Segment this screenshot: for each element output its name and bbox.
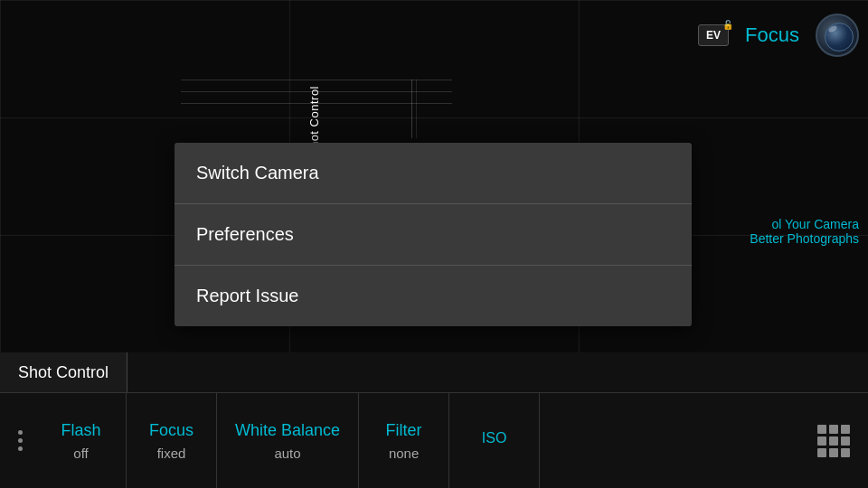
grid-cell-4	[817, 436, 826, 446]
menu-item-preferences[interactable]: Preferences	[175, 204, 692, 266]
focus-value: fixed	[157, 446, 186, 461]
filter-value: none	[389, 446, 419, 461]
filter-label: Filter	[386, 421, 422, 440]
white-balance-control[interactable]: White Balance auto	[217, 393, 359, 488]
iso-control[interactable]: ISO	[449, 393, 540, 488]
focus-control-label: Focus	[149, 421, 193, 440]
grid-cell-6	[841, 436, 850, 446]
dot-2	[18, 438, 23, 443]
top-right-controls: EV 🔓 Focus	[698, 14, 859, 57]
promo-line2: Better Photographs	[750, 231, 859, 246]
controls-row: Flash off Focus fixed White Balance auto…	[0, 393, 868, 488]
viewfinder-divider	[411, 80, 412, 138]
flash-label: Flash	[61, 421, 100, 440]
viewfinder-divider-2	[416, 80, 417, 138]
grid-cell-2	[829, 425, 838, 434]
menu-item-switch-camera[interactable]: Switch Camera	[175, 143, 692, 204]
grid-cell-1	[817, 425, 826, 434]
grid-icon-button[interactable]	[804, 393, 863, 488]
menu-item-report-issue[interactable]: Report Issue	[175, 266, 692, 326]
white-balance-label: White Balance	[235, 421, 340, 440]
dropdown-menu: Switch Camera Preferences Report Issue	[175, 143, 692, 326]
dot-3	[18, 446, 23, 451]
focus-control[interactable]: Focus fixed	[127, 393, 217, 488]
grid-cell-7	[817, 448, 826, 457]
ev-button[interactable]: EV 🔓	[698, 24, 729, 46]
lens-icon	[816, 14, 859, 57]
white-balance-value: auto	[274, 446, 300, 461]
promo-line1: ol Your Camera	[750, 217, 859, 231]
flash-control[interactable]: Flash off	[36, 393, 127, 488]
lock-icon: 🔓	[722, 20, 733, 30]
focus-label: Focus	[745, 23, 799, 47]
grid-cell-3	[841, 425, 850, 434]
shot-control-tab[interactable]: Shot Control	[0, 352, 868, 393]
bottom-bar: Shot Control Flash off Focus fixed White…	[0, 352, 868, 488]
grid-cell-8	[829, 448, 838, 457]
flash-value: off	[73, 446, 88, 461]
promo-text: ol Your Camera Better Photographs	[750, 217, 859, 246]
grid-cell-9	[841, 448, 850, 457]
grid-cell-5	[829, 436, 838, 446]
filter-control[interactable]: Filter none	[359, 393, 449, 488]
grid-icon	[817, 425, 850, 457]
dot-1	[18, 430, 23, 435]
iso-label: ISO	[482, 430, 507, 446]
menu-dots-button[interactable]	[5, 393, 36, 488]
shot-control-tab-label: Shot Control	[0, 352, 127, 392]
